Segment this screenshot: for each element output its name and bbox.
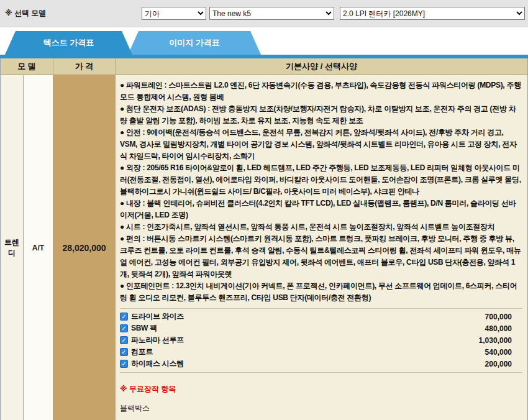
option-label: SBW 팩 (131, 323, 157, 334)
checkbox-checked-icon[interactable]: ✓ (120, 348, 128, 356)
brand-select[interactable]: 기아 (142, 7, 206, 20)
model-select-bar: ※ 선택 모델 기아 The new k5 2.0 LPI 렌터카 [2026M… (0, 0, 528, 27)
tab-image-price-label: 이미지 가격표 (169, 37, 220, 48)
header-spec: 기본사양 / 선택사양 (116, 58, 527, 75)
spec-item: ● 안전 : 9에어백(운전석/동승석 어드밴스드, 운전석 무릎, 전복감지 … (120, 127, 522, 162)
model-select[interactable]: The new k5 (209, 7, 334, 20)
option-list: ✓ 드라이브 와이즈 700,000 ✓ SBW 팩 480,000 ✓ 파노라… (120, 308, 522, 373)
free-items-title: ※ 무료장작 항목 (120, 384, 522, 395)
option-row: ✓ SBW 팩 480,000 (120, 322, 522, 334)
transmission-value: A/T (32, 244, 44, 252)
tab-text-price-label: 텍스트 가격표 (43, 37, 94, 48)
spec-list: ● 파워트레인 : 스마트스트림 L2.0 엔진, 6단 자동변속기(수동 겸용… (120, 80, 522, 304)
option-price: 700,000 (485, 313, 522, 321)
option-label: 드라이브 와이즈 (131, 311, 184, 322)
spec-item: ● 내장 : 블랙 인테리어, 슈퍼비전 클러스터(4.2인치 칼라 TFT L… (120, 198, 522, 221)
spec-item: ● 시트 : 인조가죽시트, 앞좌석 열선시트, 앞좌석 통풍 시트, 운전석 … (120, 221, 522, 233)
transmission-cell: A/T (24, 75, 53, 420)
option-label: 파노라마 선루프 (131, 335, 184, 345)
free-items-block: ※ 무료장작 항목 블랙박스 (120, 384, 522, 414)
select-model-label: ※ 선택 모델 (5, 8, 46, 19)
option-price: 480,000 (485, 324, 522, 333)
option-row: ✓ 드라이브 와이즈 700,000 (120, 311, 522, 322)
option-row: ✓ 파노라마 선루프 1,030,000 (120, 334, 522, 346)
option-price: 540,000 (485, 348, 522, 357)
trim-name: 트렌디 (2, 237, 21, 258)
free-items-list: 블랙박스 (120, 403, 522, 414)
option-row: ✓ 하이패스 시스템 200,000 (120, 358, 522, 370)
price-cell: 28,020,000 (53, 75, 116, 420)
option-price: 200,000 (485, 360, 522, 368)
spec-item: ● 편의 : 버튼시동 스마트키 시스템(스마트키 원격시동 포함), 스마트 … (120, 233, 522, 280)
tab-strip: 텍스트 가격표 이미지 가격표 (0, 27, 528, 55)
spec-cell: ● 파워트레인 : 스마트스트림 L2.0 엔진, 6단 자동변속기(수동 겸용… (116, 75, 527, 420)
header-model: 모 델 (1, 58, 53, 75)
trim-select[interactable]: 2.0 LPI 렌터카 [2026MY] (340, 7, 525, 20)
spec-item: ● 외장 : 205/65 R16 타이어&알로이 휠, LED 헤드램프, L… (120, 162, 522, 198)
checkbox-checked-icon[interactable]: ✓ (120, 313, 128, 321)
option-price: 1,030,000 (479, 336, 522, 345)
checkbox-checked-icon[interactable]: ✓ (120, 336, 128, 344)
table-body-row: 트렌디 A/T 28,020,000 ● 파워트레인 : 스마트스트림 L2.0… (1, 75, 527, 420)
option-label: 하이패스 시스템 (131, 358, 184, 369)
price-table: 모 델 가 격 기본사양 / 선택사양 트렌디 A/T 28,020,000 ●… (0, 58, 528, 420)
free-item: 블랙박스 (120, 403, 522, 414)
option-label: 컴포트 (131, 347, 153, 357)
spec-item: ● 첨단 운전자 보조(ADAS) : 전방 충돌방지 보조(차량/보행자/자전… (120, 103, 522, 127)
checkbox-checked-icon[interactable]: ✓ (120, 324, 128, 332)
tab-image-price[interactable]: 이미지 가격표 (128, 31, 261, 55)
header-price: 가 격 (53, 58, 116, 75)
table-header-row: 모 델 가 격 기본사양 / 선택사양 (1, 58, 527, 75)
checkbox-checked-icon[interactable]: ✓ (120, 360, 128, 368)
spec-item: ● 파워트레인 : 스마트스트림 L2.0 엔진, 6단 자동변속기(수동 겸용… (120, 80, 522, 103)
trim-name-cell: 트렌디 (1, 75, 24, 420)
option-row: ✓ 컴포트 540,000 (120, 346, 522, 358)
price-value: 28,020,000 (62, 243, 106, 253)
tab-text-price[interactable]: 텍스트 가격표 (5, 31, 132, 55)
spec-item: ● 인포테인먼트 : 12.3인치 내비게이션(기아 커넥트, 폰 프로젝션, … (120, 280, 522, 304)
